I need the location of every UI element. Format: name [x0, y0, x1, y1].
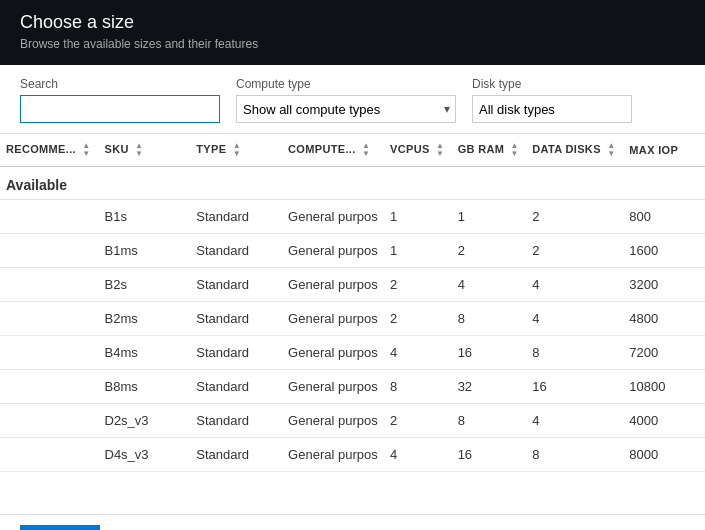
cell-compute: General purpos: [282, 268, 384, 302]
table-row[interactable]: D2s_v3StandardGeneral purpos2844000: [0, 404, 705, 438]
select-button[interactable]: Select: [20, 525, 100, 530]
cell-sku: D4s_v3: [99, 438, 191, 472]
cell-datadisks: 16: [526, 370, 623, 404]
cell-datadisks: 4: [526, 404, 623, 438]
table-row[interactable]: B8msStandardGeneral purpos8321610800: [0, 370, 705, 404]
col-header-vcpus[interactable]: VCPUS ▲▼: [384, 134, 452, 167]
cell-maxiop: 3200: [623, 268, 705, 302]
cell-datadisks: 8: [526, 336, 623, 370]
cell-gbram: 8: [452, 404, 527, 438]
cell-vcpus: 2: [384, 302, 452, 336]
cell-gbram: 16: [452, 336, 527, 370]
cell-type: Standard: [190, 268, 282, 302]
cell-maxiop: 4800: [623, 302, 705, 336]
cell-gbram: 4: [452, 268, 527, 302]
cell-vcpus: 1: [384, 200, 452, 234]
cell-recommend: [0, 200, 99, 234]
compute-select-wrapper: Show all compute types General purpose C…: [236, 95, 456, 123]
cell-compute: General purpos: [282, 370, 384, 404]
col-header-sku[interactable]: SKU ▲▼: [99, 134, 191, 167]
table-row[interactable]: B2sStandardGeneral purpos2443200: [0, 268, 705, 302]
cell-datadisks: 4: [526, 302, 623, 336]
disk-type-group: Disk type: [472, 77, 632, 123]
cell-datadisks: 2: [526, 234, 623, 268]
cell-recommend: [0, 234, 99, 268]
cell-maxiop: 7200: [623, 336, 705, 370]
sizes-table: RECOMME... ▲▼ SKU ▲▼ TYPE ▲▼ COMPUTE... …: [0, 134, 705, 472]
table-row[interactable]: B4msStandardGeneral purpos41687200: [0, 336, 705, 370]
cell-sku: B2s: [99, 268, 191, 302]
compute-label: Compute type: [236, 77, 456, 91]
cell-type: Standard: [190, 370, 282, 404]
compute-type-group: Compute type Show all compute types Gene…: [236, 77, 456, 123]
cell-recommend: [0, 438, 99, 472]
sort-arrows-compute: ▲▼: [362, 142, 370, 158]
search-input[interactable]: [20, 95, 220, 123]
footer: Select: [0, 514, 705, 530]
cell-compute: General purpos: [282, 336, 384, 370]
cell-gbram: 1: [452, 200, 527, 234]
sort-arrows-gbram: ▲▼: [511, 142, 519, 158]
page-subtitle: Browse the available sizes and their fea…: [20, 37, 685, 51]
cell-maxiop: 8000: [623, 438, 705, 472]
cell-sku: B2ms: [99, 302, 191, 336]
sort-arrows-type: ▲▼: [233, 142, 241, 158]
cell-recommend: [0, 404, 99, 438]
cell-maxiop: 800: [623, 200, 705, 234]
cell-maxiop: 1600: [623, 234, 705, 268]
table-body: AvailableB1sStandardGeneral purpos112800…: [0, 167, 705, 472]
disk-type-input[interactable]: [472, 95, 632, 123]
sort-arrows-recommend: ▲▼: [82, 142, 90, 158]
cell-datadisks: 4: [526, 268, 623, 302]
cell-vcpus: 2: [384, 268, 452, 302]
cell-datadisks: 2: [526, 200, 623, 234]
cell-type: Standard: [190, 302, 282, 336]
cell-maxiop: 10800: [623, 370, 705, 404]
cell-compute: General purpos: [282, 438, 384, 472]
cell-compute: General purpos: [282, 200, 384, 234]
cell-vcpus: 1: [384, 234, 452, 268]
cell-type: Standard: [190, 336, 282, 370]
cell-vcpus: 2: [384, 404, 452, 438]
section-header-row: Available: [0, 167, 705, 200]
toolbar: Search Compute type Show all compute typ…: [0, 65, 705, 134]
table-row[interactable]: D4s_v3StandardGeneral purpos41688000: [0, 438, 705, 472]
page-title: Choose a size: [20, 12, 685, 33]
table-container: RECOMME... ▲▼ SKU ▲▼ TYPE ▲▼ COMPUTE... …: [0, 134, 705, 514]
col-header-type[interactable]: TYPE ▲▼: [190, 134, 282, 167]
cell-type: Standard: [190, 234, 282, 268]
cell-sku: B4ms: [99, 336, 191, 370]
col-header-compute[interactable]: COMPUTE... ▲▼: [282, 134, 384, 167]
cell-compute: General purpos: [282, 234, 384, 268]
table-row[interactable]: B1msStandardGeneral purpos1221600: [0, 234, 705, 268]
cell-sku: B1ms: [99, 234, 191, 268]
cell-recommend: [0, 370, 99, 404]
compute-type-select[interactable]: Show all compute types General purpose C…: [236, 95, 456, 123]
cell-type: Standard: [190, 438, 282, 472]
cell-recommend: [0, 302, 99, 336]
col-header-datadisks[interactable]: DATA DISKS ▲▼: [526, 134, 623, 167]
search-group: Search: [20, 77, 220, 123]
table-row[interactable]: B1sStandardGeneral purpos112800: [0, 200, 705, 234]
cell-compute: General purpos: [282, 302, 384, 336]
cell-type: Standard: [190, 404, 282, 438]
table-row[interactable]: B2msStandardGeneral purpos2844800: [0, 302, 705, 336]
cell-datadisks: 8: [526, 438, 623, 472]
col-header-recommend[interactable]: RECOMME... ▲▼: [0, 134, 99, 167]
cell-vcpus: 4: [384, 438, 452, 472]
cell-gbram: 16: [452, 438, 527, 472]
header: Choose a size Browse the available sizes…: [0, 0, 705, 65]
cell-vcpus: 4: [384, 336, 452, 370]
search-label: Search: [20, 77, 220, 91]
cell-maxiop: 4000: [623, 404, 705, 438]
col-header-maxiop[interactable]: MAX IOP: [623, 134, 705, 167]
cell-gbram: 8: [452, 302, 527, 336]
disk-label: Disk type: [472, 77, 632, 91]
col-header-gbram[interactable]: GB RAM ▲▼: [452, 134, 527, 167]
cell-sku: B1s: [99, 200, 191, 234]
cell-recommend: [0, 268, 99, 302]
cell-type: Standard: [190, 200, 282, 234]
cell-sku: D2s_v3: [99, 404, 191, 438]
cell-compute: General purpos: [282, 404, 384, 438]
cell-gbram: 2: [452, 234, 527, 268]
